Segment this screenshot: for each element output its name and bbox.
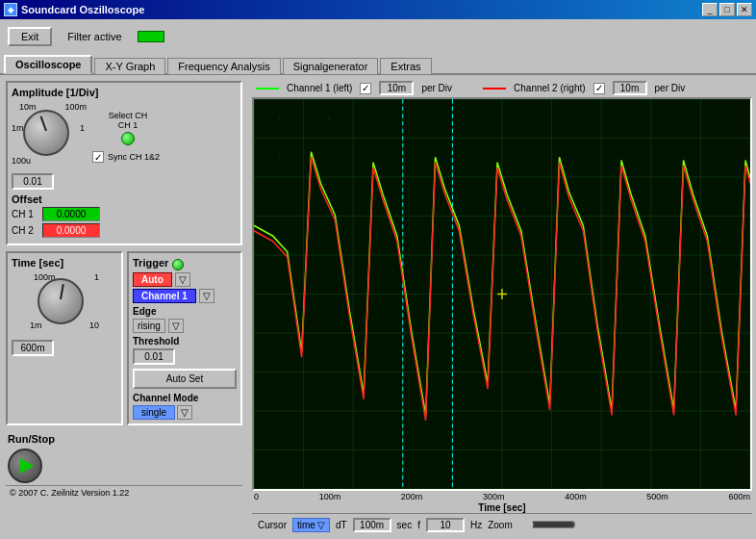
tab-extras[interactable]: Extras	[380, 58, 431, 74]
bottom-left: Run/Stop © 2007 C. Zeilnitz Version 1.22	[6, 431, 242, 500]
ch1-per-div-label: per Div	[421, 83, 452, 93]
x-label-600m: 600m	[728, 492, 750, 501]
runstop-button[interactable]	[8, 449, 42, 483]
trigger-channel-dropdown[interactable]: ▽	[199, 289, 214, 303]
svg-rect-23	[328, 118, 329, 119]
channel-mode-value: single	[133, 405, 175, 420]
exit-button[interactable]: Exit	[8, 27, 52, 46]
channel-mode-dropdown[interactable]: ▽	[177, 405, 192, 420]
close-button[interactable]: ✕	[737, 3, 752, 16]
select-ch-label: Select CH	[109, 111, 148, 120]
app-icon: ◈	[4, 3, 17, 16]
copyright: © 2007 C. Zeilnitz Version 1.22	[6, 485, 242, 500]
trigger-edge-dropdown[interactable]: ▽	[168, 319, 184, 333]
channel-legend: Channel 1 (left) ✓ per Div Channel 2 (ri…	[252, 79, 752, 97]
threshold-label: Threshold	[133, 336, 179, 346]
svg-rect-22	[279, 118, 280, 119]
maximize-button[interactable]: □	[719, 3, 735, 16]
ch2-legend-label: Channel 2 (right)	[514, 83, 585, 93]
amp-label-10m: 10m	[19, 102, 37, 112]
trigger-auto-dropdown[interactable]: ▽	[175, 272, 190, 287]
time-label-1: 1	[94, 272, 99, 282]
filter-label: Filter active	[67, 31, 121, 42]
ch1-line-icon	[256, 88, 279, 90]
scope-screen	[252, 97, 752, 491]
ch2-checkbox[interactable]: ✓	[593, 83, 605, 94]
threshold-input[interactable]	[133, 348, 175, 365]
tab-bar: Oscilloscope X-Y Graph Frequency Analysi…	[0, 54, 756, 73]
left-panel: Amplitude [1/Div] 10m 100m 1m 1 100u	[0, 75, 248, 539]
x-axis-labels: 0 100m 200m 300m 400m 500m 600m	[252, 491, 752, 502]
x-label-300m: 300m	[483, 492, 505, 501]
time-input[interactable]	[12, 340, 54, 356]
dt-unit: sec	[397, 520, 413, 530]
ch1-checkbox[interactable]: ✓	[360, 83, 371, 94]
tab-signalgenerator[interactable]: Signalgenerator	[283, 58, 379, 74]
title-bar: ◈ Soundcard Oszilloscope _ □ ✕	[0, 0, 756, 19]
amplitude-input[interactable]	[12, 173, 54, 190]
play-icon	[20, 458, 34, 474]
zoom-slider[interactable]	[518, 517, 576, 532]
cursor-type-value: time	[297, 520, 315, 530]
f-input[interactable]	[426, 518, 465, 532]
time-title: Time [sec]	[12, 257, 117, 269]
minimize-button[interactable]: _	[702, 3, 718, 16]
f-unit: Hz	[470, 520, 482, 530]
sync-checkbox[interactable]: ✓	[92, 151, 104, 163]
trigger-title: Trigger	[133, 257, 168, 269]
amp-label-1: 1	[80, 123, 85, 133]
ch1-offset-label: CH 1	[12, 209, 38, 219]
ch1-legend-label: Channel 1 (left)	[287, 83, 352, 93]
cursor-type-arrow: ▽	[317, 520, 325, 530]
ch2-line-icon	[483, 88, 506, 90]
amplitude-section: Amplitude [1/Div] 10m 100m 1m 1 100u	[6, 81, 242, 245]
edge-label: Edge	[133, 306, 156, 317]
ch2-offset-input[interactable]	[42, 223, 100, 238]
time-knob[interactable]	[38, 278, 84, 324]
tab-oscilloscope[interactable]: Oscilloscope	[4, 55, 92, 74]
time-label-10: 10	[89, 321, 99, 330]
window-controls: _ □ ✕	[702, 3, 752, 16]
amplitude-knob[interactable]	[23, 110, 69, 156]
main-window: Exit Filter active Oscilloscope X-Y Grap…	[0, 19, 756, 539]
f-label: f	[417, 520, 420, 530]
trigger-header: Trigger	[133, 257, 237, 272]
x-label-500m: 500m	[646, 492, 668, 501]
trigger-auto-button[interactable]: Auto	[133, 272, 172, 287]
middle-section: Time [sec] 100m 1 1m 10 Tri	[6, 251, 242, 425]
offset-title: Offset	[12, 193, 237, 205]
amp-label-1m: 1m	[12, 123, 24, 133]
ch1-per-div-input[interactable]	[379, 81, 414, 95]
tab-xy-graph[interactable]: X-Y Graph	[94, 58, 165, 74]
ch1-offset-input[interactable]	[42, 207, 100, 221]
dt-input[interactable]	[353, 518, 391, 532]
zoom-label: Zoom	[488, 520, 513, 530]
ch1-led	[121, 132, 135, 145]
amplitude-title: Amplitude [1/Div]	[12, 87, 237, 98]
ch1-label: CH 1	[118, 120, 139, 130]
cursor-bar: Cursor time ▽ dT sec f Hz Zoom	[252, 513, 752, 535]
trigger-section: Trigger Auto ▽ Channel 1 ▽ Edge	[127, 251, 242, 425]
runstop-title: Run/Stop	[8, 433, 240, 445]
time-label-1m: 1m	[30, 321, 42, 330]
amp-label-100m: 100m	[64, 102, 87, 112]
content-area: Amplitude [1/Div] 10m 100m 1m 1 100u	[0, 73, 756, 539]
time-section: Time [sec] 100m 1 1m 10	[6, 251, 123, 425]
trigger-led	[172, 259, 184, 270]
autoset-button[interactable]: Auto Set	[133, 369, 237, 389]
runstop-section: Run/Stop	[6, 431, 242, 485]
scope-display	[254, 99, 750, 489]
cursor-label: Cursor	[258, 520, 287, 530]
tab-frequency-analysis[interactable]: Frequency Analysis	[167, 58, 280, 74]
svg-rect-24	[279, 157, 280, 158]
amp-label-100u: 100u	[12, 156, 31, 166]
edge-value: rising	[133, 319, 165, 333]
cursor-type-select[interactable]: time ▽	[292, 518, 330, 532]
ch2-per-div-label: per Div	[655, 83, 686, 93]
channel-mode-label: Channel Mode	[133, 393, 237, 403]
x-label-0: 0	[254, 492, 259, 501]
offset-area: Offset CH 1 CH 2	[12, 193, 237, 238]
ch2-per-div-input[interactable]	[613, 81, 647, 95]
x-label-200m: 200m	[401, 492, 423, 501]
trigger-channel-button[interactable]: Channel 1	[133, 289, 196, 303]
